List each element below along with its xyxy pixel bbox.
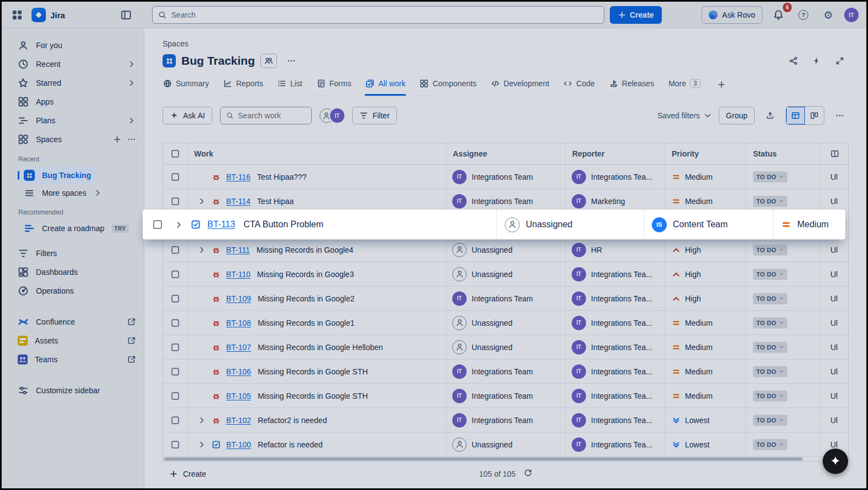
table-row[interactable]: BT-116 Test Hipaa??? ITIntegrations Team…	[163, 165, 848, 189]
row-checkbox[interactable]	[171, 270, 179, 278]
fullscreen-button[interactable]	[831, 52, 849, 70]
tab-code[interactable]: Code	[563, 77, 595, 96]
table-view-button[interactable]	[786, 107, 805, 124]
row-checkbox[interactable]	[171, 416, 179, 424]
column-header-reporter[interactable]: Reporter	[566, 143, 665, 164]
sidebar-item-teams[interactable]: Teams	[2, 350, 144, 369]
rovo-chat-fab[interactable]	[823, 449, 848, 474]
issue-key-link[interactable]: BT-113	[207, 220, 235, 230]
row-checkbox[interactable]	[171, 173, 179, 181]
column-header-assignee[interactable]: Assignee	[446, 143, 566, 164]
assignee-filter-avatars[interactable]: IT	[320, 108, 344, 123]
issue-key-link[interactable]: BT-105	[226, 392, 251, 400]
title-more-button[interactable]	[283, 52, 300, 70]
status-badge[interactable]: TO DO	[753, 415, 787, 426]
automation-button[interactable]	[808, 52, 825, 70]
issue-key-link[interactable]: BT-108	[226, 319, 251, 327]
profile-button[interactable]: IT	[844, 8, 859, 22]
ask-rovo-button[interactable]: Ask Rovo	[702, 6, 762, 24]
issue-key-link[interactable]: BT-102	[226, 416, 251, 425]
table-row[interactable]: BT-100 Refactor is needed Unassigned ITI…	[163, 432, 848, 457]
sidebar-item-operations[interactable]: Operations	[2, 282, 144, 300]
row-checkbox[interactable]	[171, 368, 179, 376]
sidebar-item-dashboards[interactable]: Dashboards	[2, 263, 144, 282]
board-view-button[interactable]	[805, 107, 824, 124]
breadcrumb[interactable]: Spaces	[163, 39, 189, 48]
group-button[interactable]: Group	[719, 107, 755, 124]
issue-key-link[interactable]: BT-107	[226, 343, 251, 352]
issue-summary[interactable]: Missing Records in Google4	[257, 246, 353, 254]
horizontal-scrollbar[interactable]	[163, 457, 849, 461]
tab-list[interactable]: List	[277, 77, 303, 96]
status-badge[interactable]: TO DO	[753, 390, 787, 402]
help-button[interactable]: ?	[794, 6, 812, 24]
issue-summary[interactable]: Refactor2 is needed	[258, 416, 327, 425]
ask-ai-button[interactable]: Ask AI	[163, 107, 212, 124]
select-all-checkbox[interactable]	[171, 150, 179, 158]
issue-summary[interactable]: Test Hipaa	[257, 197, 294, 206]
jira-brand[interactable]: Jira	[32, 8, 65, 22]
sidebar-item-assets[interactable]: Assets	[2, 331, 144, 350]
sidebar-item-recent[interactable]: Recent	[2, 55, 144, 74]
export-button[interactable]	[761, 107, 779, 124]
row-checkbox[interactable]	[171, 343, 179, 351]
tab-reports[interactable]: Reports	[223, 77, 264, 96]
add-space-icon[interactable]	[113, 135, 122, 144]
sidebar-item-for-you[interactable]: For you	[2, 36, 144, 55]
add-tab-button[interactable]	[714, 77, 729, 92]
status-badge[interactable]: TO DO	[753, 366, 787, 377]
expand-chevron-icon[interactable]	[197, 416, 206, 425]
sidebar-item-starred[interactable]: Starred	[2, 74, 144, 92]
table-row[interactable]: BT-105 Missing Records in Google STH ITI…	[163, 384, 848, 408]
row-checkbox[interactable]	[171, 441, 179, 449]
row-checkbox[interactable]	[171, 246, 179, 254]
column-header-status[interactable]: Status	[746, 143, 820, 164]
table-row[interactable]: BT-108 Missing Records in Google1 Unassi…	[163, 311, 848, 335]
table-row[interactable]: BT-109 Missing Records in Google2 ITInte…	[163, 286, 848, 311]
configure-columns-button[interactable]	[827, 146, 843, 161]
status-badge[interactable]: TO DO	[753, 439, 787, 450]
column-header-work[interactable]: Work	[187, 143, 446, 164]
issue-key-link[interactable]: BT-114	[226, 197, 250, 206]
column-header-priority[interactable]: Priority	[665, 143, 746, 164]
status-badge[interactable]: TO DO	[753, 244, 787, 256]
tab-more[interactable]: More3	[668, 77, 701, 96]
issue-key-link[interactable]: BT-116	[226, 173, 250, 181]
row-checkbox[interactable]	[171, 392, 179, 400]
saved-filters-button[interactable]: Saved filters	[657, 107, 712, 124]
sidebar-item-spaces[interactable]: Spaces	[2, 130, 144, 149]
expand-chevron-icon[interactable]	[197, 440, 206, 449]
notifications-button[interactable]: 6	[770, 6, 787, 24]
table-row[interactable]: BT-102 Refactor2 is needed ITIntegration…	[163, 408, 848, 432]
issue-summary[interactable]: Missing Records in Google3	[257, 270, 354, 279]
status-badge[interactable]: TO DO	[753, 293, 787, 304]
tab-releases[interactable]: Releases	[609, 77, 655, 96]
row-checkbox[interactable]	[171, 197, 179, 205]
sidebar-item-create-roadmap[interactable]: Create a roadmap TRY	[18, 220, 133, 237]
sidebar-item-apps[interactable]: Apps	[2, 92, 144, 111]
settings-button[interactable]: ⚙	[819, 6, 837, 24]
global-search[interactable]	[152, 6, 604, 24]
issue-summary[interactable]: Missing Records in Google2	[258, 294, 354, 303]
issue-summary[interactable]: Missing Records in Google STH	[258, 367, 368, 376]
sidebar-item-bug-tracking[interactable]: Bug Tracking	[18, 166, 96, 184]
issue-key-link[interactable]: BT-106	[226, 367, 251, 376]
status-badge[interactable]: TO DO	[753, 317, 787, 329]
sidebar-item-more-spaces[interactable]: More spaces	[18, 184, 107, 202]
tab-components[interactable]: Components	[419, 77, 477, 96]
status-badge[interactable]: TO DO	[753, 342, 787, 353]
issue-summary[interactable]: Refactor is needed	[258, 440, 323, 449]
app-switcher-button[interactable]	[8, 6, 26, 24]
tab-all-work[interactable]: All work	[365, 77, 406, 96]
tab-forms[interactable]: Forms	[316, 77, 352, 96]
table-row[interactable]: BT-106 Missing Records in Google STH ITI…	[163, 359, 848, 384]
share-button[interactable]	[785, 52, 802, 70]
sidebar-item-confluence[interactable]: Confluence	[2, 312, 144, 331]
refresh-button[interactable]	[524, 468, 532, 479]
expand-chevron-icon[interactable]	[174, 220, 184, 230]
issue-key-link[interactable]: BT-110	[226, 270, 250, 279]
sidebar-item-customize[interactable]: Customize sidebar	[2, 381, 144, 400]
tab-development[interactable]: Development	[490, 77, 550, 96]
tab-summary[interactable]: Summary	[163, 77, 210, 96]
issue-summary[interactable]: Missing Records in Google Helloben	[258, 343, 383, 352]
